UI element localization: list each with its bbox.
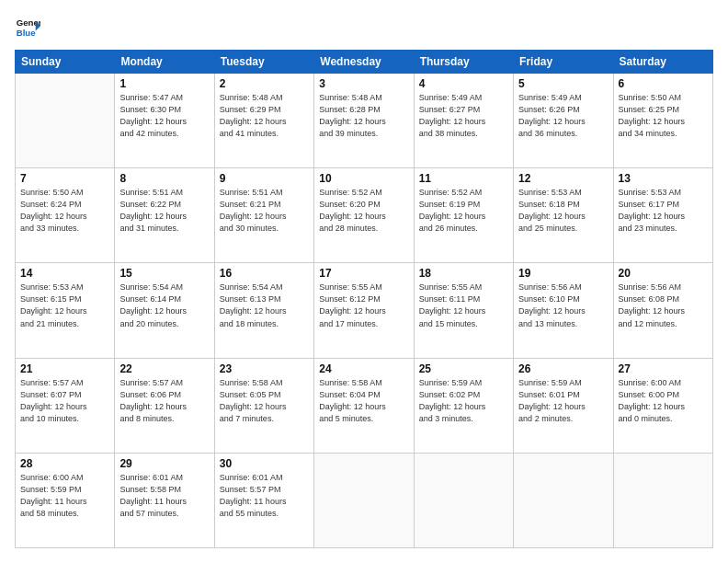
day-number: 2 [220, 77, 309, 90]
day-number: 17 [319, 267, 408, 280]
calendar-cell: 18Sunrise: 5:55 AM Sunset: 6:11 PM Dayli… [414, 263, 513, 358]
day-number: 25 [419, 362, 508, 375]
weekday-header-tuesday: Tuesday [214, 51, 313, 74]
calendar-cell: 26Sunrise: 5:59 AM Sunset: 6:01 PM Dayli… [514, 358, 613, 453]
day-info: Sunrise: 5:50 AM Sunset: 6:25 PM Dayligh… [619, 92, 708, 140]
day-number: 15 [119, 267, 209, 280]
calendar-cell [314, 453, 414, 547]
calendar-table: SundayMondayTuesdayWednesdayThursdayFrid… [15, 50, 713, 548]
day-number: 14 [20, 267, 109, 280]
day-number: 19 [518, 267, 608, 280]
calendar-cell: 15Sunrise: 5:54 AM Sunset: 6:14 PM Dayli… [115, 263, 214, 358]
weekday-header-wednesday: Wednesday [314, 51, 414, 74]
day-info: Sunrise: 5:55 AM Sunset: 6:11 PM Dayligh… [419, 282, 508, 329]
calendar-cell: 4Sunrise: 5:49 AM Sunset: 6:27 PM Daylig… [414, 74, 513, 168]
day-info: Sunrise: 5:49 AM Sunset: 6:27 PM Dayligh… [419, 92, 508, 140]
day-info: Sunrise: 5:49 AM Sunset: 6:26 PM Dayligh… [518, 92, 608, 140]
page: General Blue SundayMondayTuesdayWednesda… [0, 0, 728, 563]
calendar-cell: 5Sunrise: 5:49 AM Sunset: 6:26 PM Daylig… [514, 74, 613, 168]
calendar-cell: 8Sunrise: 5:51 AM Sunset: 6:22 PM Daylig… [115, 168, 214, 263]
svg-text:Blue: Blue [17, 28, 36, 38]
calendar-week-row: 28Sunrise: 6:00 AM Sunset: 5:59 PM Dayli… [16, 453, 713, 547]
day-number: 28 [20, 457, 109, 470]
calendar-cell: 10Sunrise: 5:52 AM Sunset: 6:20 PM Dayli… [314, 168, 414, 263]
day-number: 27 [619, 362, 708, 375]
header: General Blue [15, 15, 713, 40]
day-number: 21 [20, 362, 109, 375]
calendar-cell: 22Sunrise: 5:57 AM Sunset: 6:06 PM Dayli… [115, 358, 214, 453]
calendar-week-row: 14Sunrise: 5:53 AM Sunset: 6:15 PM Dayli… [16, 263, 713, 358]
calendar-cell [16, 74, 115, 168]
day-number: 24 [319, 362, 408, 375]
calendar-cell: 2Sunrise: 5:48 AM Sunset: 6:29 PM Daylig… [214, 74, 313, 168]
day-number: 22 [119, 362, 209, 375]
calendar-cell: 6Sunrise: 5:50 AM Sunset: 6:25 PM Daylig… [613, 74, 712, 168]
day-number: 4 [419, 77, 508, 90]
day-info: Sunrise: 5:52 AM Sunset: 6:20 PM Dayligh… [319, 187, 408, 235]
calendar-cell: 30Sunrise: 6:01 AM Sunset: 5:57 PM Dayli… [214, 453, 313, 547]
day-info: Sunrise: 5:54 AM Sunset: 6:13 PM Dayligh… [220, 282, 309, 329]
day-info: Sunrise: 5:56 AM Sunset: 6:08 PM Dayligh… [619, 282, 708, 329]
day-number: 23 [220, 362, 309, 375]
day-number: 3 [319, 77, 408, 90]
calendar-cell: 29Sunrise: 6:01 AM Sunset: 5:58 PM Dayli… [115, 453, 214, 547]
day-info: Sunrise: 5:57 AM Sunset: 6:07 PM Dayligh… [20, 377, 109, 425]
day-number: 6 [619, 77, 708, 90]
day-number: 1 [119, 77, 209, 90]
day-number: 30 [220, 457, 309, 470]
day-number: 11 [419, 172, 508, 185]
calendar-week-row: 1Sunrise: 5:47 AM Sunset: 6:30 PM Daylig… [16, 74, 713, 168]
calendar-cell: 14Sunrise: 5:53 AM Sunset: 6:15 PM Dayli… [16, 263, 115, 358]
day-info: Sunrise: 5:48 AM Sunset: 6:29 PM Dayligh… [220, 92, 309, 140]
calendar-cell: 24Sunrise: 5:58 AM Sunset: 6:04 PM Dayli… [314, 358, 414, 453]
day-number: 20 [619, 267, 708, 280]
calendar-cell: 12Sunrise: 5:53 AM Sunset: 6:18 PM Dayli… [514, 168, 613, 263]
weekday-header-saturday: Saturday [613, 51, 712, 74]
day-number: 12 [518, 172, 608, 185]
calendar-week-row: 21Sunrise: 5:57 AM Sunset: 6:07 PM Dayli… [16, 358, 713, 453]
day-info: Sunrise: 5:59 AM Sunset: 6:02 PM Dayligh… [419, 377, 508, 425]
day-number: 8 [119, 172, 209, 185]
weekday-header-sunday: Sunday [16, 51, 115, 74]
logo: General Blue [15, 15, 44, 40]
day-info: Sunrise: 6:00 AM Sunset: 5:59 PM Dayligh… [20, 472, 109, 520]
day-number: 29 [119, 457, 209, 470]
calendar-cell: 9Sunrise: 5:51 AM Sunset: 6:21 PM Daylig… [214, 168, 313, 263]
day-info: Sunrise: 5:52 AM Sunset: 6:19 PM Dayligh… [419, 187, 508, 235]
day-number: 9 [220, 172, 309, 185]
day-number: 13 [619, 172, 708, 185]
weekday-header-monday: Monday [115, 51, 214, 74]
calendar-cell: 7Sunrise: 5:50 AM Sunset: 6:24 PM Daylig… [16, 168, 115, 263]
logo-icon: General Blue [15, 15, 40, 40]
day-info: Sunrise: 5:57 AM Sunset: 6:06 PM Dayligh… [119, 377, 209, 425]
day-info: Sunrise: 5:53 AM Sunset: 6:18 PM Dayligh… [518, 187, 608, 235]
day-number: 10 [319, 172, 408, 185]
day-info: Sunrise: 5:56 AM Sunset: 6:10 PM Dayligh… [518, 282, 608, 329]
day-info: Sunrise: 6:01 AM Sunset: 5:57 PM Dayligh… [220, 472, 309, 520]
calendar-cell: 16Sunrise: 5:54 AM Sunset: 6:13 PM Dayli… [214, 263, 313, 358]
calendar-cell: 27Sunrise: 6:00 AM Sunset: 6:00 PM Dayli… [613, 358, 712, 453]
calendar-cell: 23Sunrise: 5:58 AM Sunset: 6:05 PM Dayli… [214, 358, 313, 453]
calendar-cell: 13Sunrise: 5:53 AM Sunset: 6:17 PM Dayli… [613, 168, 712, 263]
day-number: 5 [518, 77, 608, 90]
day-info: Sunrise: 5:53 AM Sunset: 6:15 PM Dayligh… [20, 282, 109, 329]
weekday-header-row: SundayMondayTuesdayWednesdayThursdayFrid… [16, 51, 713, 74]
day-info: Sunrise: 5:48 AM Sunset: 6:28 PM Dayligh… [319, 92, 408, 140]
calendar-cell: 3Sunrise: 5:48 AM Sunset: 6:28 PM Daylig… [314, 74, 414, 168]
day-number: 16 [220, 267, 309, 280]
weekday-header-thursday: Thursday [414, 51, 513, 74]
calendar-cell: 19Sunrise: 5:56 AM Sunset: 6:10 PM Dayli… [514, 263, 613, 358]
calendar-week-row: 7Sunrise: 5:50 AM Sunset: 6:24 PM Daylig… [16, 168, 713, 263]
day-number: 18 [419, 267, 508, 280]
day-info: Sunrise: 6:00 AM Sunset: 6:00 PM Dayligh… [619, 377, 708, 425]
day-info: Sunrise: 6:01 AM Sunset: 5:58 PM Dayligh… [119, 472, 209, 520]
calendar-cell: 21Sunrise: 5:57 AM Sunset: 6:07 PM Dayli… [16, 358, 115, 453]
day-info: Sunrise: 5:51 AM Sunset: 6:21 PM Dayligh… [220, 187, 309, 235]
calendar-cell [514, 453, 613, 547]
day-info: Sunrise: 5:54 AM Sunset: 6:14 PM Dayligh… [119, 282, 209, 329]
day-info: Sunrise: 5:58 AM Sunset: 6:05 PM Dayligh… [220, 377, 309, 425]
day-info: Sunrise: 5:59 AM Sunset: 6:01 PM Dayligh… [518, 377, 608, 425]
day-info: Sunrise: 5:51 AM Sunset: 6:22 PM Dayligh… [119, 187, 209, 235]
calendar-cell: 28Sunrise: 6:00 AM Sunset: 5:59 PM Dayli… [16, 453, 115, 547]
day-info: Sunrise: 5:58 AM Sunset: 6:04 PM Dayligh… [319, 377, 408, 425]
